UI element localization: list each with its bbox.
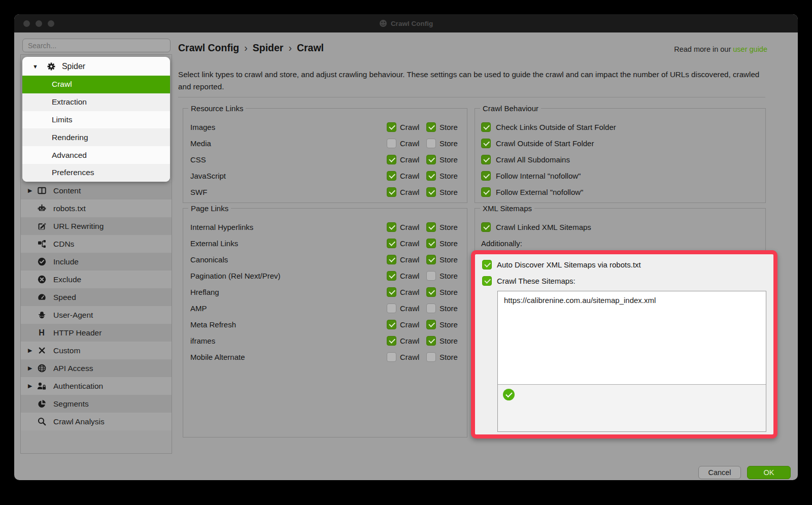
page-row-meta-refresh: Meta Refresh Crawl Store xyxy=(183,316,467,332)
search-icon xyxy=(34,417,49,426)
sidebar-item-url-rewriting[interactable]: URL Rewriting xyxy=(21,217,172,235)
css-store-checkbox[interactable] xyxy=(426,155,436,164)
iframes-store-checkbox[interactable] xyxy=(426,336,436,346)
resource-row-javascript: JavaScript Crawl Store xyxy=(183,167,467,184)
internal-hyperlinks-crawl-checkbox[interactable] xyxy=(387,222,396,232)
chevron-right-icon[interactable]: ▶ xyxy=(21,365,34,372)
resource-row-media: Media Crawl Store xyxy=(183,135,467,151)
pagination-crawl-checkbox[interactable] xyxy=(387,271,396,281)
page-row-amp: AMP Crawl Store xyxy=(183,300,467,316)
sidebar-item-preferences[interactable]: Preferences xyxy=(22,164,170,182)
mobile-alternate-store-checkbox[interactable] xyxy=(426,352,436,362)
behaviour-row: Follow Internal "nofollow" xyxy=(475,167,765,184)
pagination-store-checkbox[interactable] xyxy=(426,271,436,281)
zoom-window-button[interactable] xyxy=(48,20,54,27)
breadcrumb-crawl-config[interactable]: Crawl Config xyxy=(178,42,239,54)
chevron-right-icon[interactable]: ▶ xyxy=(21,187,34,194)
sidebar-item-robots-txt[interactable]: robots.txt xyxy=(21,199,172,217)
sidebar-item-rendering[interactable]: Rendering xyxy=(22,128,170,146)
user-guide-link[interactable]: user guide xyxy=(733,45,767,53)
amp-store-checkbox[interactable] xyxy=(426,304,436,313)
crawl-linked-sitemaps-checkbox[interactable] xyxy=(481,222,491,232)
amp-crawl-checkbox[interactable] xyxy=(387,304,396,313)
close-window-button[interactable] xyxy=(23,20,30,27)
meta-refresh-store-checkbox[interactable] xyxy=(426,320,436,329)
breadcrumb-crawl[interactable]: Crawl xyxy=(297,42,324,54)
page-row-canonicals: Canonicals Crawl Store xyxy=(183,251,467,267)
swf-crawl-checkbox[interactable] xyxy=(387,187,396,197)
images-store-checkbox[interactable] xyxy=(426,122,436,132)
sidebar-item-http-header[interactable]: H HTTP Header xyxy=(21,324,172,342)
media-crawl-checkbox[interactable] xyxy=(387,139,396,148)
behaviour-row: Check Links Outside of Start Folder xyxy=(475,119,765,135)
ok-button[interactable]: OK xyxy=(747,466,791,479)
javascript-store-checkbox[interactable] xyxy=(426,171,436,181)
mobile-alternate-crawl-checkbox[interactable] xyxy=(387,352,396,362)
sidebar-item-limits[interactable]: Limits xyxy=(22,111,170,129)
external-links-store-checkbox[interactable] xyxy=(426,239,436,248)
media-store-checkbox[interactable] xyxy=(426,139,436,148)
sidebar-item-cdns[interactable]: CDNs xyxy=(21,235,172,253)
sidebar-item-custom[interactable]: ▶ Custom xyxy=(21,342,172,359)
minimize-window-button[interactable] xyxy=(36,20,42,27)
follow-external-nofollow-checkbox[interactable] xyxy=(481,187,491,197)
page-row-internal-hyperlinks: Internal Hyperlinks Crawl Store xyxy=(183,219,467,235)
javascript-crawl-checkbox[interactable] xyxy=(387,171,396,181)
css-crawl-checkbox[interactable] xyxy=(387,155,396,164)
annotation-highlight-box: Auto Discover XML Sitemaps via robots.tx… xyxy=(471,250,777,439)
crawl-these-sitemaps-checkbox[interactable] xyxy=(482,276,492,286)
chevron-right-icon[interactable]: ▶ xyxy=(21,383,34,389)
sitemap-toolbar xyxy=(498,384,766,431)
auto-discover-sitemaps-checkbox[interactable] xyxy=(482,260,492,270)
meta-refresh-crawl-checkbox[interactable] xyxy=(387,320,396,329)
cancel-button[interactable]: Cancel xyxy=(698,466,741,479)
spy-icon xyxy=(34,311,49,319)
auto-discover-row: Auto Discover XML Sitemaps via robots.tx… xyxy=(482,256,767,273)
iframes-crawl-checkbox[interactable] xyxy=(387,336,396,346)
search-input[interactable] xyxy=(22,39,171,52)
sidebar-item-include[interactable]: Include xyxy=(21,253,172,271)
header-divider xyxy=(178,97,765,97)
columns-icon xyxy=(34,186,49,195)
sidebar-item-user-agent[interactable]: User-Agent xyxy=(21,306,172,324)
crawl-outside-checkbox[interactable] xyxy=(481,139,491,148)
page-row-iframes: iframes Crawl Store xyxy=(183,332,467,349)
sidebar-item-extraction[interactable]: Extraction xyxy=(22,93,170,111)
swf-store-checkbox[interactable] xyxy=(426,187,436,197)
images-crawl-checkbox[interactable] xyxy=(387,122,396,132)
breadcrumb-spider[interactable]: Spider xyxy=(253,42,284,54)
sitemap-list-box: https://calibrenine.com.au/sitemap_index… xyxy=(497,291,766,432)
sidebar-item-exclude[interactable]: Exclude xyxy=(21,271,172,288)
check-circle-icon xyxy=(34,257,49,266)
chevron-down-icon[interactable]: ▼ xyxy=(22,63,38,70)
follow-internal-nofollow-checkbox[interactable] xyxy=(481,171,491,181)
crawl-config-dialog: Crawl Config ▶ Content robots.txt URL Re… xyxy=(14,14,798,480)
internal-hyperlinks-store-checkbox[interactable] xyxy=(426,222,436,232)
sidebar-item-crawl[interactable]: Crawl xyxy=(22,76,170,93)
sidebar-item-spider[interactable]: ▼ Spider xyxy=(22,57,170,76)
canonicals-crawl-checkbox[interactable] xyxy=(387,255,396,264)
chevron-right-icon[interactable]: ▶ xyxy=(21,347,34,354)
sidebar-item-segments[interactable]: Segments xyxy=(21,395,172,413)
hreflang-crawl-checkbox[interactable] xyxy=(387,287,396,297)
sidebar-item-authentication[interactable]: ▶ Authentication xyxy=(21,377,172,395)
robot-icon xyxy=(34,204,49,213)
group-title: Resource Links xyxy=(188,104,246,113)
sidebar-item-api-access[interactable]: ▶ API Access xyxy=(21,359,172,377)
canonicals-store-checkbox[interactable] xyxy=(426,255,436,264)
page-row-hreflang: Hreflang Crawl Store xyxy=(183,284,467,300)
external-links-crawl-checkbox[interactable] xyxy=(387,239,396,248)
sitemap-url-textarea[interactable]: https://calibrenine.com.au/sitemap_index… xyxy=(498,291,766,384)
crawl-all-subdomains-checkbox[interactable] xyxy=(481,155,491,164)
resource-links-group: Resource Links Images Crawl Store Media … xyxy=(183,108,467,203)
sidebar-item-crawl-analysis[interactable]: Crawl Analysis xyxy=(21,413,172,430)
behaviour-row: Crawl Outside of Start Folder xyxy=(475,135,765,151)
sidebar-item-speed[interactable]: Speed xyxy=(21,288,172,306)
sidebar-item-advanced[interactable]: Advanced xyxy=(22,146,170,164)
titlebar: Crawl Config xyxy=(14,14,798,32)
check-badge-icon xyxy=(503,389,515,400)
check-links-outside-checkbox[interactable] xyxy=(481,122,491,132)
sidebar-item-content[interactable]: ▶ Content xyxy=(21,182,172,199)
hreflang-store-checkbox[interactable] xyxy=(426,287,436,297)
crawl-these-sitemaps-row: Crawl These Sitemaps: xyxy=(482,273,767,289)
